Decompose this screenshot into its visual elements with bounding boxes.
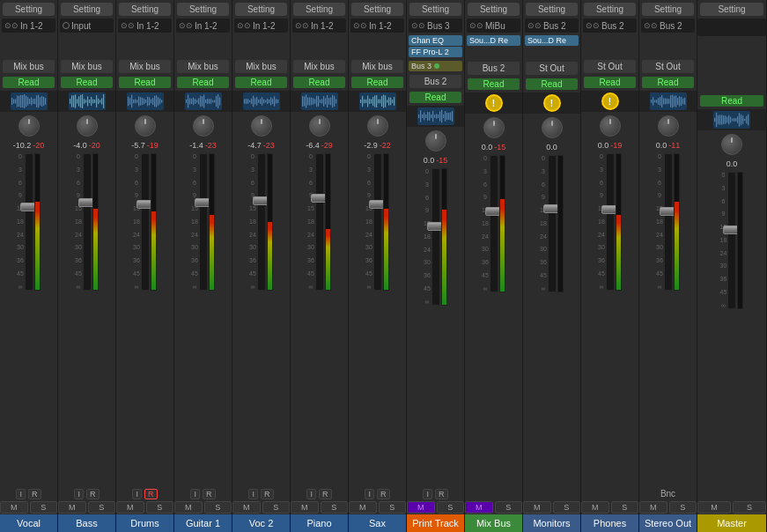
- io-input-vocal[interactable]: ⊙⊙ In 1-2: [2, 18, 55, 33]
- setting-btn-printtrack[interactable]: Setting: [409, 3, 461, 16]
- channel-name-master[interactable]: Master: [697, 514, 766, 532]
- input-btn-printtrack[interactable]: I: [423, 489, 432, 499]
- channel-name-stereoout[interactable]: Stereo Out: [639, 514, 697, 532]
- bus-label-phones[interactable]: St Out: [584, 60, 636, 73]
- pan-knob-piano[interactable]: [309, 115, 330, 137]
- read-btn-guitar1[interactable]: Read: [177, 77, 229, 88]
- input-btn-vocal[interactable]: I: [16, 489, 26, 499]
- mute-btn-sax[interactable]: M: [349, 501, 377, 514]
- input-btn-guitar1[interactable]: I: [190, 489, 200, 499]
- solo-btn-piano[interactable]: S: [321, 501, 349, 514]
- channel-name-vocal[interactable]: Vocal: [0, 514, 57, 532]
- fader-track-master[interactable]: [727, 172, 736, 309]
- pan-knob-vocal[interactable]: [18, 115, 40, 137]
- fader-track-drums[interactable]: [141, 153, 150, 291]
- read-btn-drums[interactable]: Read: [119, 77, 171, 88]
- io-input-sax[interactable]: ⊙⊙ In 1-2: [350, 18, 404, 33]
- bus-label-voc2[interactable]: Mix bus: [235, 60, 287, 73]
- fader-track-piano[interactable]: [315, 153, 324, 291]
- setting-btn-phones[interactable]: Setting: [584, 3, 636, 16]
- io-input-bass[interactable]: Input: [60, 18, 114, 33]
- mute-btn-guitar1[interactable]: M: [174, 501, 203, 514]
- mute-btn-bass[interactable]: M: [58, 501, 86, 514]
- setting-btn-monitors[interactable]: Setting: [526, 3, 578, 16]
- channel-name-mixbus[interactable]: Mix Bus: [465, 514, 522, 532]
- read-btn-sax[interactable]: Read: [351, 77, 403, 88]
- setting-btn-sax[interactable]: Setting: [351, 3, 403, 16]
- read-btn-voc2[interactable]: Read: [235, 77, 287, 88]
- record-btn-vocal[interactable]: R: [28, 489, 41, 499]
- fader-track-mixbus[interactable]: [490, 155, 498, 292]
- pan-knob-stereoout[interactable]: [658, 115, 679, 137]
- io-input-phones[interactable]: ⊙⊙ Bus 2: [583, 18, 637, 33]
- channel-name-printtrack[interactable]: Print Track: [407, 514, 464, 532]
- solo-btn-vocal[interactable]: S: [30, 501, 58, 514]
- mute-btn-monitors[interactable]: M: [523, 501, 551, 514]
- input-btn-drums[interactable]: I: [132, 489, 142, 499]
- read-btn-mixbus[interactable]: Read: [468, 78, 520, 90]
- fader-track-stereoout[interactable]: [664, 153, 673, 291]
- bus-label-printtrack[interactable]: Bus 2: [409, 75, 461, 88]
- bus-label-piano[interactable]: Mix bus: [293, 60, 345, 73]
- channel-name-drums[interactable]: Drums: [116, 514, 173, 532]
- setting-btn-voc2[interactable]: Setting: [235, 3, 287, 16]
- channel-name-bass[interactable]: Bass: [58, 514, 115, 532]
- input-btn-piano[interactable]: I: [306, 489, 316, 499]
- solo-btn-drums[interactable]: S: [146, 501, 174, 514]
- input-btn-voc2[interactable]: I: [248, 489, 258, 499]
- mute-btn-drums[interactable]: M: [116, 501, 144, 514]
- solo-btn-master[interactable]: S: [733, 501, 766, 514]
- bus-label-drums[interactable]: Mix bus: [119, 60, 171, 73]
- insert-slot-printtrack[interactable]: Chan EQ: [409, 35, 462, 46]
- read-btn-vocal[interactable]: Read: [3, 77, 55, 88]
- io-input-stereoout[interactable]: ⊙⊙ Bus 2: [641, 18, 695, 33]
- io-input-printtrack[interactable]: ⊙⊙ Bus 3: [409, 18, 462, 33]
- io-input-drums[interactable]: ⊙⊙ In 1-2: [118, 18, 172, 33]
- mute-btn-mixbus[interactable]: M: [465, 501, 493, 514]
- input-btn-sax[interactable]: I: [365, 489, 374, 499]
- solo-btn-mixbus[interactable]: S: [495, 501, 523, 514]
- record-btn-sax[interactable]: R: [377, 489, 390, 499]
- solo-btn-monitors[interactable]: S: [553, 501, 581, 514]
- record-btn-drums[interactable]: R: [144, 489, 158, 499]
- fader-track-printtrack[interactable]: [431, 168, 440, 306]
- solo-btn-guitar1[interactable]: S: [204, 501, 232, 514]
- bus-label-stereoout[interactable]: St Out: [642, 60, 694, 73]
- record-btn-piano[interactable]: R: [319, 489, 332, 499]
- read-btn-stereoout[interactable]: Read: [642, 77, 694, 88]
- setting-btn-vocal[interactable]: Setting: [3, 3, 55, 16]
- channel-name-voc2[interactable]: Voc 2: [232, 514, 290, 532]
- pan-knob-monitors[interactable]: [542, 117, 563, 138]
- solo-btn-bass[interactable]: S: [88, 501, 116, 514]
- setting-btn-master[interactable]: Setting: [700, 3, 763, 16]
- setting-btn-guitar1[interactable]: Setting: [177, 3, 229, 16]
- channel-name-piano[interactable]: Piano: [291, 514, 348, 532]
- fader-track-bass[interactable]: [83, 153, 92, 291]
- mute-btn-stereoout[interactable]: M: [639, 501, 667, 514]
- io-input-voc2[interactable]: ⊙⊙ In 1-2: [234, 18, 288, 33]
- record-btn-guitar1[interactable]: R: [203, 489, 216, 499]
- pan-knob-bass[interactable]: [77, 115, 98, 137]
- bus-label-monitors[interactable]: St Out: [526, 62, 578, 75]
- io-input-mixbus[interactable]: ⊙⊙ MiBu: [467, 18, 520, 33]
- channel-name-monitors[interactable]: Monitors: [523, 514, 580, 532]
- pan-knob-printtrack[interactable]: [425, 130, 446, 151]
- solo-btn-sax[interactable]: S: [379, 501, 407, 514]
- fader-track-sax[interactable]: [373, 153, 382, 291]
- solo-btn-printtrack[interactable]: S: [437, 501, 465, 514]
- mute-btn-phones[interactable]: M: [581, 501, 609, 514]
- mute-btn-master[interactable]: M: [697, 501, 731, 514]
- mute-btn-vocal[interactable]: M: [0, 501, 28, 514]
- io-input-piano[interactable]: ⊙⊙ In 1-2: [292, 18, 346, 33]
- setting-btn-piano[interactable]: Setting: [293, 3, 345, 16]
- solo-btn-voc2[interactable]: S: [262, 501, 291, 514]
- read-btn-master[interactable]: Read: [700, 95, 763, 107]
- pan-knob-guitar1[interactable]: [193, 115, 214, 137]
- setting-btn-stereoout[interactable]: Setting: [642, 3, 694, 16]
- setting-btn-mixbus[interactable]: Setting: [468, 3, 520, 16]
- setting-btn-bass[interactable]: Setting: [61, 3, 113, 16]
- record-btn-printtrack[interactable]: R: [435, 489, 448, 499]
- bus-label-bass[interactable]: Mix bus: [61, 60, 113, 73]
- mute-btn-piano[interactable]: M: [291, 501, 319, 514]
- fader-track-monitors[interactable]: [548, 155, 557, 292]
